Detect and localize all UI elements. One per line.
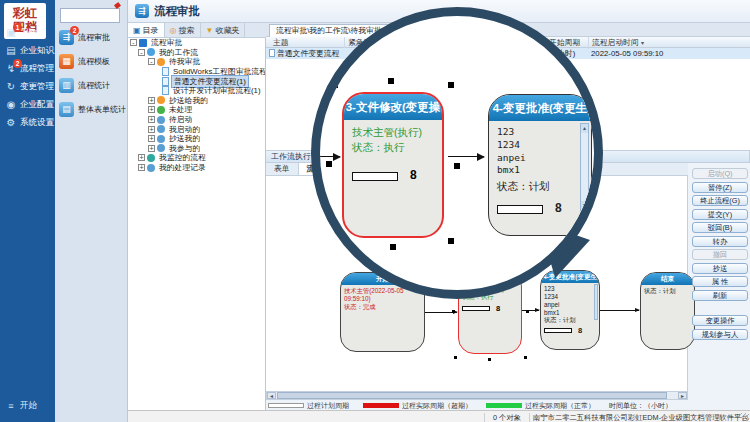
document-icon bbox=[162, 67, 169, 76]
plan-participants-button[interactable]: 规划参与人 bbox=[692, 329, 748, 340]
scroll-down-icon[interactable]: ▼ bbox=[581, 201, 588, 210]
expand-icon[interactable]: + bbox=[138, 164, 145, 171]
selection-handle[interactable] bbox=[448, 238, 454, 244]
folder-icon bbox=[157, 116, 165, 124]
change-operation-button[interactable]: 变更操作 bbox=[692, 315, 748, 326]
module-item-stats[interactable]: ▥ 流程统计 bbox=[59, 75, 127, 95]
selection-handle[interactable] bbox=[326, 161, 332, 167]
process-tree: - 流程审批 - 我的工作流 - 待我审批 SolidWorks工程图审批流程(… bbox=[128, 38, 266, 410]
progress-bar bbox=[544, 328, 572, 333]
terminate-flow-button[interactable]: 终止流程(G) bbox=[692, 195, 748, 206]
selection-handle[interactable] bbox=[454, 356, 457, 359]
tab-form[interactable]: 表单 bbox=[266, 163, 299, 175]
node-end[interactable]: 结束 状态：计划 bbox=[640, 272, 695, 350]
tab-directory[interactable]: ▣目录 bbox=[128, 23, 165, 37]
module-search-input[interactable] bbox=[60, 8, 120, 23]
sort-desc-icon: ▾ bbox=[641, 40, 644, 46]
connector-arrow bbox=[522, 310, 539, 311]
selection-handle[interactable] bbox=[524, 356, 527, 359]
root-icon bbox=[139, 39, 147, 47]
selection-handle[interactable] bbox=[454, 163, 460, 169]
submit-button[interactable]: 提交(Y) bbox=[692, 209, 748, 220]
sidebar-item-config[interactable]: ◉ 企业配置 bbox=[0, 96, 55, 113]
workbench-icon: ▣1 bbox=[5, 27, 17, 39]
cc-button[interactable]: 抄送 bbox=[692, 263, 748, 274]
selection-handle[interactable] bbox=[390, 244, 396, 250]
folder-icon bbox=[157, 106, 165, 114]
sidebar-item-change[interactable]: ↻ 变更管理 bbox=[0, 78, 55, 95]
resize-grip-icon[interactable] bbox=[741, 413, 749, 421]
node-change-approve[interactable]: 4-变更批准(变更生 123 1234 anpei bmx1 状态：计划 8 bbox=[540, 270, 600, 350]
sidebar-item-workbench[interactable]: ▣1 工作台 bbox=[0, 24, 55, 41]
connector-arrow bbox=[316, 156, 340, 157]
selection-handle[interactable] bbox=[448, 82, 454, 88]
sidebar-item-settings[interactable]: ⚙ 系统设置 bbox=[0, 114, 55, 131]
expand-icon[interactable]: + bbox=[148, 116, 155, 123]
document-icon bbox=[162, 77, 169, 86]
module-item-approval[interactable]: ⇶2 流程审批 bbox=[59, 27, 127, 47]
column-subject[interactable]: 主题 bbox=[270, 37, 289, 48]
expand-icon[interactable]: + bbox=[148, 135, 155, 142]
properties-button[interactable]: 属 性 bbox=[692, 276, 748, 287]
sidebar-item-knowledge[interactable]: ▤ 企业知识库 bbox=[0, 42, 55, 59]
selection-handle[interactable] bbox=[332, 82, 338, 88]
selection-handle[interactable] bbox=[452, 310, 455, 313]
start-flow-button[interactable]: 启动(Q) bbox=[692, 168, 748, 179]
folder-icon bbox=[157, 144, 165, 152]
progress-bar bbox=[462, 306, 490, 311]
scroll-up-icon[interactable]: ▲ bbox=[581, 124, 588, 133]
status-company-text: 南宁市二零二五科技有限公司彩虹EDM-企业级图文档管理软件平台 当前用户:技术主… bbox=[533, 413, 750, 422]
form-stats-icon: ▤ bbox=[59, 102, 74, 117]
scroll-left-icon[interactable]: ◄ bbox=[267, 392, 276, 399]
stats-icon: ▥ bbox=[59, 78, 74, 93]
object-count: 0 个对象 bbox=[484, 413, 530, 422]
node-scrollbar[interactable]: ▲ ▼ bbox=[580, 123, 589, 211]
transfer-button[interactable]: 转办 bbox=[692, 236, 748, 247]
column-start-time[interactable]: 流程启动时间 ▾ bbox=[588, 37, 644, 49]
tab-favorites[interactable]: ▼收藏夹 bbox=[201, 23, 246, 37]
withdraw-button[interactable]: 撤回 bbox=[692, 249, 748, 260]
module-item-form-stats[interactable]: ▤ 整体表单统计 bbox=[59, 99, 127, 119]
collapse-icon[interactable]: - bbox=[130, 39, 137, 46]
approval-icon: ⇶2 bbox=[59, 30, 74, 45]
tree-item-cc-to-me[interactable]: + 抄送给我的 bbox=[128, 96, 265, 106]
knowledge-icon: ▤ bbox=[5, 45, 17, 57]
refresh-button[interactable]: 刷新 bbox=[692, 290, 748, 301]
scroll-thumb[interactable] bbox=[277, 392, 667, 399]
scroll-right-icon[interactable]: ► bbox=[678, 392, 687, 399]
workflow-icon bbox=[147, 48, 155, 56]
tree-item-unprocessed[interactable]: + 未处理 bbox=[128, 105, 265, 115]
module-item-template[interactable]: ▦ 流程模板 bbox=[59, 51, 127, 71]
pause-button[interactable]: 暂停(Z) bbox=[692, 182, 748, 193]
expand-icon[interactable]: + bbox=[148, 145, 155, 152]
connector-arrow bbox=[448, 156, 484, 157]
expand-icon[interactable]: + bbox=[148, 106, 155, 113]
start-button[interactable]: ≡ 开始 bbox=[0, 400, 55, 412]
node-scrollbar[interactable] bbox=[594, 284, 598, 320]
reject-button[interactable]: 驳回(B) bbox=[692, 222, 748, 233]
magnified-node-change-approve[interactable]: 4-变更批准(变更生 123 1234 anpei bmx1 状态：计划 8 ▲… bbox=[488, 94, 592, 236]
tab-search[interactable]: ◎搜索 bbox=[165, 23, 201, 37]
page-title: 流程审批 bbox=[154, 4, 200, 19]
settings-icon: ⚙ bbox=[5, 117, 17, 129]
node-count: 8 bbox=[410, 168, 417, 182]
selection-handle[interactable] bbox=[488, 358, 491, 361]
node-status: 状态：计划 bbox=[644, 287, 691, 295]
expand-icon[interactable]: + bbox=[148, 97, 155, 104]
selection-handle[interactable] bbox=[526, 310, 529, 313]
badge: 2 bbox=[70, 26, 79, 35]
expand-icon[interactable]: + bbox=[148, 126, 155, 133]
expand-icon[interactable]: + bbox=[138, 154, 145, 161]
status-bar: 0 个对象 南宁市二零二五科技有限公司彩虹EDM-企业级图文档管理软件平台 当前… bbox=[128, 410, 750, 422]
node-status: 状态：完成 bbox=[344, 303, 421, 311]
collapse-icon[interactable]: - bbox=[138, 49, 145, 56]
node-status: 状态：计划 bbox=[544, 316, 596, 324]
magnified-node-file-modify[interactable]: 3-文件修改(变更操 技术主管(执行) 状态：执行 8 bbox=[342, 92, 444, 238]
sidebar-item-process[interactable]: ↯2 流程管理 bbox=[0, 60, 55, 77]
collapse-icon[interactable]: - bbox=[148, 58, 155, 65]
template-icon: ▦ bbox=[59, 54, 74, 69]
selection-handle[interactable] bbox=[388, 78, 394, 84]
directory-icon: ▣ bbox=[133, 26, 141, 35]
tree-item-my-records[interactable]: + 我的处理记录 bbox=[128, 163, 265, 173]
horizontal-scrollbar[interactable]: ◄ ► bbox=[266, 391, 688, 400]
